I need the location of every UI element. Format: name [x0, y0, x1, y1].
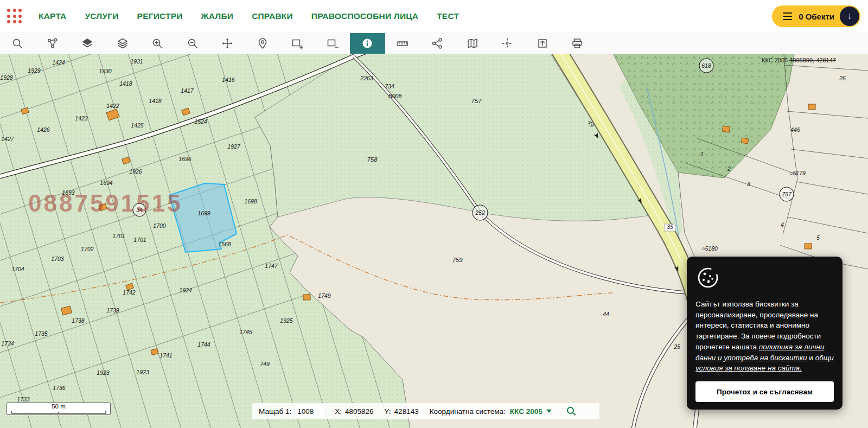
nav-pravosposobni-litsa[interactable]: ПРАВОСПОСОБНИ ЛИЦА: [311, 11, 418, 21]
map-label: 758: [367, 156, 378, 163]
zoom-out-button[interactable]: [175, 33, 210, 54]
layers-filled-button[interactable]: [70, 33, 105, 54]
cookie-consent-panel: Сайтът използва бисквитки за персонализи…: [687, 257, 843, 410]
map-label: 1928: [0, 74, 13, 81]
map-label: 1925: [280, 317, 293, 324]
share-button[interactable]: [420, 33, 455, 54]
map-label: 1742: [123, 289, 136, 296]
print-icon: [571, 37, 583, 49]
map-label: 44: [603, 311, 609, 317]
nav-zhalbi[interactable]: ЖАЛБИ: [201, 11, 234, 21]
location-pin-icon: [257, 37, 269, 49]
y-value: 428143: [394, 407, 419, 416]
map-label: 5: [816, 234, 820, 241]
zoom-in-icon: [151, 37, 163, 49]
route-button[interactable]: [35, 33, 71, 54]
nav-test[interactable]: ТЕСТ: [437, 11, 459, 21]
map-label: 1700: [153, 222, 166, 229]
pan-icon: [221, 37, 233, 49]
map-label: 1734: [1, 340, 14, 347]
export-button[interactable]: [525, 33, 560, 54]
map-label: 4: [781, 221, 784, 228]
map-label: 1704: [11, 266, 24, 272]
select-rect-remove-icon: [327, 37, 339, 49]
map-label: ○5179: [789, 170, 806, 176]
map-label: 1733: [17, 396, 30, 403]
map-label: 1701: [133, 237, 146, 243]
search-icon: [566, 406, 577, 417]
objects-button[interactable]: 0 Обекти ↓: [772, 5, 860, 27]
map-label: 1739: [106, 307, 119, 314]
map-label: 1417: [181, 87, 194, 94]
zoom-in-button[interactable]: [140, 33, 175, 54]
map-label: 1929: [28, 67, 41, 74]
map-label: 1694: [100, 180, 113, 186]
map-label: 1699: [197, 210, 210, 216]
map-label: 1568: [218, 241, 231, 247]
map-label: 446: [790, 126, 800, 133]
scale-bar: 50 m: [7, 403, 111, 415]
search-button[interactable]: [0, 33, 35, 54]
hamburger-icon: [783, 12, 792, 21]
nav-uslugi[interactable]: УСЛУГИ: [85, 11, 118, 21]
map-area[interactable]: 1929142419301931141814181417141619281422…: [0, 54, 868, 428]
map-label: 1524: [194, 118, 207, 125]
search-icon: [11, 37, 23, 49]
crs-dropdown[interactable]: ККС 2005: [510, 407, 552, 416]
map-toolbar: [0, 33, 868, 54]
coordinate-search-button[interactable]: [566, 406, 577, 417]
map-label: 25: [673, 343, 680, 350]
map-label: 757: [471, 98, 482, 104]
pan-button[interactable]: [210, 33, 245, 54]
map-label: 1923: [136, 369, 149, 375]
circled-label-text: 757: [782, 191, 792, 197]
scale-input[interactable]: [296, 405, 324, 417]
print-button[interactable]: [560, 33, 595, 54]
circled-label-text: 252: [475, 209, 485, 216]
map-label: 1745: [239, 329, 252, 335]
info-button[interactable]: [350, 33, 385, 54]
building: [808, 104, 815, 110]
crs-value: ККС 2005: [510, 407, 542, 416]
map-label: 1701: [112, 233, 125, 239]
layers-outline-button[interactable]: [105, 33, 141, 54]
map-label: 1736: [53, 385, 66, 391]
apps-grid-icon[interactable]: [7, 9, 22, 24]
building: [722, 126, 730, 132]
map-label: 1749: [318, 292, 331, 299]
map-label: 1930: [99, 68, 112, 74]
map-button[interactable]: [455, 33, 490, 54]
select-rect-add-button[interactable]: [280, 33, 315, 54]
map-label: В008: [388, 93, 402, 99]
map-label: 2263: [360, 75, 373, 81]
location-pin-button[interactable]: [245, 33, 280, 54]
nav-karta[interactable]: КАРТА: [39, 11, 66, 21]
measure-button[interactable]: [385, 33, 420, 54]
map-label: 3: [747, 181, 750, 187]
select-rect-remove-button[interactable]: [315, 33, 350, 54]
coordinates-button[interactable]: [490, 33, 525, 54]
cookie-text: Сайтът използва бисквитки за персонализи…: [695, 299, 834, 374]
route-icon: [47, 37, 59, 49]
collapse-panel-button[interactable]: ↓: [840, 7, 859, 26]
scale-label: Мащаб 1:: [259, 407, 291, 416]
nav-spravki[interactable]: СПРАВКИ: [252, 11, 293, 21]
map-statusbar: Мащаб 1: X: 4805826 Y: 428143 Координатн…: [252, 403, 599, 419]
share-icon: [431, 37, 443, 49]
map-label: 1703: [51, 255, 64, 262]
map-label: 1931: [130, 58, 143, 65]
chevron-down-icon: [546, 410, 552, 413]
measure-icon: [397, 37, 409, 49]
map-label: 1926: [129, 168, 142, 175]
map-label: 1927: [227, 143, 241, 150]
map-label: 1744: [197, 341, 210, 348]
export-icon: [537, 37, 548, 49]
cookie-accept-button[interactable]: Прочетох и се съгласявам: [695, 381, 834, 402]
map-label: 1418: [119, 80, 132, 87]
arrow-down-icon: ↓: [847, 11, 852, 22]
map-label: 1741: [159, 352, 172, 359]
circled-label-text: 618: [701, 62, 711, 69]
map-label: 1923: [97, 369, 110, 376]
nav-registri[interactable]: РЕГИСТРИ: [137, 11, 183, 21]
layers-outline-icon: [117, 37, 129, 49]
